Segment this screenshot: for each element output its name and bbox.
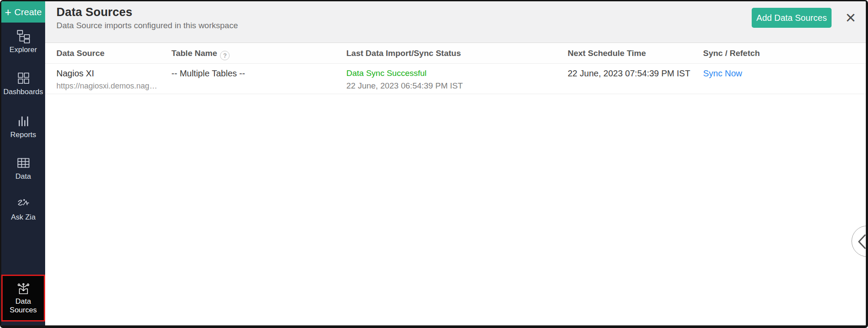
sidebar-item-label: Data	[1, 172, 45, 181]
sidebar-item-data-sources-active[interactable]: Data Sources	[1, 275, 45, 321]
create-button-label: Create	[14, 7, 42, 17]
sidebar-item-explorer[interactable]: Explorer	[1, 29, 45, 54]
sync-status-text: Data Sync Successful	[346, 69, 463, 78]
data-sources-import-icon	[16, 282, 30, 295]
add-data-sources-button[interactable]: Add Data Sources	[752, 8, 832, 28]
sidebar-item-ask-zia[interactable]: Ask Zia	[1, 196, 45, 222]
column-header-last-sync-status: Last Data Import/Sync Status	[346, 49, 461, 58]
page-header: Data Sources Data Source imports configu…	[45, 1, 866, 43]
dashboards-grid-icon	[16, 71, 31, 85]
create-button[interactable]: + Create	[1, 1, 45, 23]
next-schedule-time-cell: 22 June, 2023 07:54:39 PM IST	[568, 69, 690, 79]
sidebar-item-data[interactable]: Data	[1, 155, 45, 181]
data-source-url: https://nagiosxi.demos.nag…	[56, 82, 157, 91]
close-icon[interactable]: ✕	[842, 9, 860, 27]
reports-bars-icon	[16, 114, 31, 128]
table-row[interactable]: Nagios XI https://nagiosxi.demos.nag… --…	[45, 64, 866, 94]
sidebar-item-reports[interactable]: Reports	[1, 114, 45, 139]
table-name-cell: -- Multiple Tables --	[171, 69, 245, 79]
zia-signature-icon	[16, 196, 31, 211]
data-source-cell: Nagios XI https://nagiosxi.demos.nag…	[56, 69, 157, 91]
sync-status-cell: Data Sync Successful 22 June, 2023 06:54…	[346, 69, 463, 91]
sidebar-item-dashboards[interactable]: Dashboards	[1, 71, 45, 96]
column-header-sync-refetch: Sync / Refetch	[703, 49, 760, 58]
sidebar-item-label: Reports	[1, 131, 45, 139]
page-title: Data Sources	[56, 6, 866, 19]
sidebar-item-label: Dashboards	[1, 88, 45, 96]
sidebar: + Create Explorer	[1, 1, 45, 325]
sync-now-link[interactable]: Sync Now	[703, 69, 742, 79]
table-header-row: Data Source Table Name? Last Data Import…	[45, 43, 866, 64]
sidebar-item-label: Ask Zia	[1, 213, 45, 222]
page-subtitle: Data Source imports configured in this w…	[56, 21, 866, 30]
column-header-next-schedule: Next Schedule Time	[568, 49, 646, 58]
data-table-icon	[16, 155, 31, 170]
sidebar-item-label: Data Sources	[3, 297, 44, 315]
app-window: + Create Explorer	[0, 0, 868, 328]
column-header-table-name: Table Name?	[171, 49, 230, 60]
plus-icon: +	[5, 7, 11, 18]
data-source-name: Nagios XI	[56, 69, 157, 79]
column-header-data-source: Data Source	[56, 49, 105, 58]
question-circle-icon[interactable]: ?	[220, 51, 230, 60]
main-panel: Data Sources Data Source imports configu…	[45, 1, 866, 325]
sidebar-item-label: Explorer	[1, 46, 45, 54]
last-sync-time: 22 June, 2023 06:54:39 PM IST	[346, 81, 463, 91]
explorer-tree-icon	[16, 29, 31, 43]
